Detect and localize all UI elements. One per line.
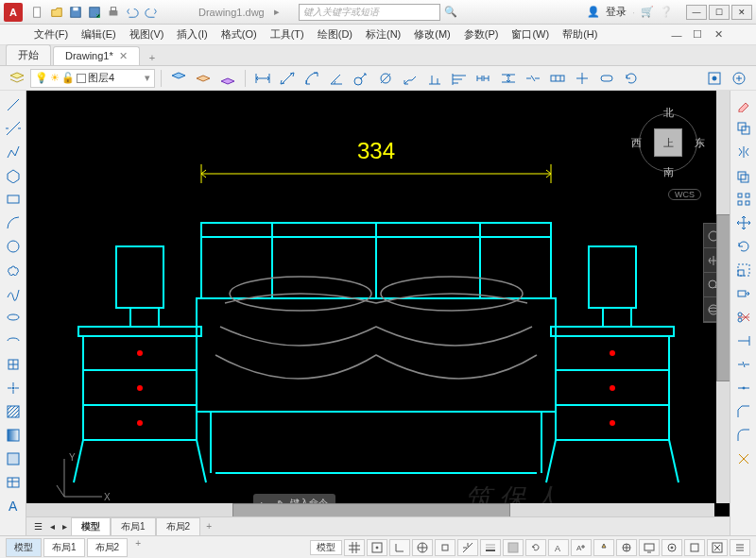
- tool-circle-icon[interactable]: [3, 236, 24, 257]
- tool-text-icon[interactable]: A: [3, 496, 24, 516]
- tool-ellipse-icon[interactable]: [3, 307, 24, 328]
- menu-insert[interactable]: 插入(I): [171, 25, 213, 43]
- viewcube-west[interactable]: 西: [631, 136, 642, 150]
- qat-print-icon[interactable]: [105, 4, 122, 21]
- window-close-button[interactable]: ✕: [731, 5, 752, 20]
- layout-tab-next-icon[interactable]: ▸: [59, 521, 71, 532]
- status-annoviz-icon[interactable]: [593, 539, 614, 556]
- dim-angular-icon[interactable]: [325, 68, 348, 89]
- status-mode-label[interactable]: 模型: [310, 540, 342, 555]
- tool-break-icon[interactable]: [733, 354, 754, 375]
- qat-open-icon[interactable]: [48, 4, 65, 21]
- dim-ordinate-icon[interactable]: [423, 68, 446, 89]
- tool-table-icon[interactable]: [3, 472, 24, 493]
- layout-tab-model[interactable]: 模型: [71, 517, 111, 536]
- tool-copy-icon[interactable]: [733, 118, 754, 139]
- tool-xline-icon[interactable]: [3, 118, 24, 139]
- qat-save-icon[interactable]: [67, 4, 84, 21]
- layer-isolate-icon[interactable]: [192, 68, 215, 89]
- menu-view[interactable]: 视图(V): [124, 25, 170, 43]
- tool-spline-icon[interactable]: [3, 283, 24, 304]
- layer-states-icon[interactable]: [167, 68, 190, 89]
- status-monitor-icon[interactable]: [639, 539, 660, 556]
- tool-region-icon[interactable]: [3, 448, 24, 469]
- tool-join-icon[interactable]: [733, 378, 754, 398]
- app-logo[interactable]: A: [4, 3, 23, 22]
- tool-trim-icon[interactable]: [733, 307, 754, 328]
- tool-arc-icon[interactable]: [3, 212, 24, 233]
- window-maximize-button[interactable]: ☐: [709, 5, 730, 20]
- tool-gradient-icon[interactable]: [3, 425, 24, 446]
- viewcube-east[interactable]: 东: [695, 136, 705, 150]
- help-icon[interactable]: ❔: [660, 6, 673, 18]
- menu-param[interactable]: 参数(P): [458, 25, 505, 43]
- tool-mirror-icon[interactable]: [733, 142, 754, 162]
- add-selection-icon[interactable]: [728, 68, 750, 89]
- status-ortho-icon[interactable]: [389, 539, 410, 556]
- status-transparency-icon[interactable]: [503, 539, 524, 556]
- tool-chamfer-icon[interactable]: [733, 401, 754, 422]
- tab-start[interactable]: 开始: [6, 44, 51, 65]
- drawing-canvas[interactable]: 334: [26, 91, 730, 535]
- status-hardware-icon[interactable]: [684, 539, 705, 556]
- window-minimize-button[interactable]: —: [686, 5, 707, 20]
- status-cleanscreen-icon[interactable]: [707, 539, 728, 556]
- layout-tab-layout1[interactable]: 布局1: [111, 517, 156, 536]
- layer-dropdown[interactable]: 💡 ☀ 🔓 图层4 ▾: [30, 69, 155, 88]
- tool-line-icon[interactable]: [3, 94, 24, 115]
- menu-file[interactable]: 文件(F): [28, 25, 74, 43]
- tool-point-icon[interactable]: [3, 378, 24, 398]
- dim-diameter-icon[interactable]: [374, 68, 397, 89]
- search-button-icon[interactable]: 🔍: [442, 4, 459, 21]
- tab-close-icon[interactable]: ✕: [119, 50, 128, 61]
- menu-help[interactable]: 帮助(H): [557, 25, 603, 43]
- dim-break-icon[interactable]: [522, 68, 544, 89]
- layout-tab-layout2[interactable]: 布局2: [156, 517, 201, 536]
- layout-tab-menu-icon[interactable]: ☰: [30, 521, 46, 532]
- status-workspace-icon[interactable]: [616, 539, 637, 556]
- dim-linear-icon[interactable]: [251, 68, 274, 89]
- tool-offset-icon[interactable]: [733, 165, 754, 186]
- status-tab-add-icon[interactable]: +: [129, 538, 146, 557]
- dim-tolerance-icon[interactable]: [546, 68, 569, 89]
- layout-tab-add-icon[interactable]: +: [200, 521, 217, 532]
- menu-modify[interactable]: 修改(M): [408, 25, 456, 43]
- layer-properties-icon[interactable]: [6, 68, 28, 89]
- status-osnap-icon[interactable]: [435, 539, 455, 556]
- layer-match-icon[interactable]: [216, 68, 239, 89]
- status-lineweight-icon[interactable]: [480, 539, 501, 556]
- tool-rectangle-icon[interactable]: [3, 189, 24, 210]
- tool-rotate-icon[interactable]: [733, 236, 754, 257]
- dim-center-icon[interactable]: [571, 68, 593, 89]
- status-tab-model[interactable]: 模型: [6, 538, 42, 557]
- status-grid-icon[interactable]: [344, 539, 365, 556]
- viewcube-top[interactable]: 上: [654, 128, 682, 157]
- dim-radius-icon[interactable]: [350, 68, 372, 89]
- search-input[interactable]: 键入关键字或短语: [299, 4, 440, 21]
- dim-update-icon[interactable]: [620, 68, 643, 89]
- dim-jogged-icon[interactable]: [399, 68, 421, 89]
- tool-ellipse-arc-icon[interactable]: [3, 330, 24, 351]
- viewcube-south[interactable]: 南: [663, 165, 674, 179]
- dim-aligned-icon[interactable]: [276, 68, 299, 89]
- tool-polygon-icon[interactable]: [3, 165, 24, 186]
- tool-extend-icon[interactable]: [733, 330, 754, 351]
- login-icon[interactable]: 👤: [587, 6, 600, 18]
- status-cycling-icon[interactable]: [525, 539, 546, 556]
- status-polar-icon[interactable]: [412, 539, 433, 556]
- tool-hatch-icon[interactable]: [3, 401, 24, 422]
- menu-draw[interactable]: 绘图(D): [312, 25, 358, 43]
- menu-format[interactable]: 格式(O): [215, 25, 263, 43]
- status-annoscale-icon[interactable]: A: [548, 539, 569, 556]
- cart-icon[interactable]: 🛒: [641, 6, 654, 18]
- status-otrack-icon[interactable]: [457, 539, 478, 556]
- layout-tab-prev-icon[interactable]: ◂: [46, 521, 59, 532]
- tab-drawing1[interactable]: Drawing1*✕: [53, 46, 140, 65]
- tool-scale-icon[interactable]: [733, 260, 754, 280]
- doc-restore-icon[interactable]: ☐: [689, 26, 706, 43]
- dim-baseline-icon[interactable]: [448, 68, 471, 89]
- status-isolate-icon[interactable]: [662, 539, 682, 556]
- horizontal-scrollbar[interactable]: [26, 503, 714, 516]
- status-tab-layout2[interactable]: 布局2: [87, 538, 129, 557]
- menu-tools[interactable]: 工具(T): [265, 25, 310, 43]
